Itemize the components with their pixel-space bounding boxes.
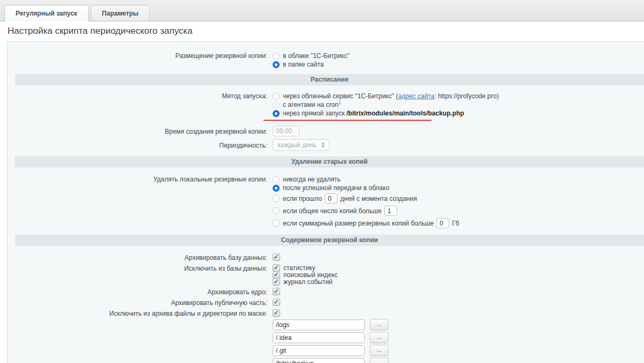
section-backup-contents: Содержимое резервной копии <box>15 235 644 246</box>
radio-delete-never[interactable] <box>273 176 280 183</box>
placement-option-cloud[interactable]: в облаке "1С-Битрикс" <box>273 52 644 60</box>
mask-row: ... <box>273 358 644 363</box>
placement-cloud-text: в облаке "1С-Битрикс" <box>283 52 349 60</box>
radio-launch-cron[interactable] <box>273 101 280 108</box>
delete-never-text: никогда не удалять <box>283 176 340 183</box>
settings-form: Размещение резервной копии: в облаке "1С… <box>7 41 644 363</box>
exclude-event-log-text: журнал событий <box>283 278 333 286</box>
delete-option-size[interactable]: если суммарный размер резервных копий бо… <box>273 217 644 229</box>
periodicity-value: каждый день <box>277 141 316 149</box>
mask-input-2[interactable] <box>273 332 365 343</box>
radio-delete-after-upload[interactable] <box>273 185 280 192</box>
browse-button-3[interactable]: ... <box>370 345 389 356</box>
delete-size-input[interactable] <box>436 218 449 228</box>
exclude-db-statistics[interactable]: статистику <box>273 264 644 271</box>
placement-label: Размещение резервной копии: <box>8 52 273 69</box>
launch-option-cloud[interactable]: через облачный сервис "1С-Битрикс" (адре… <box>273 92 644 100</box>
cron-footnote-marker: 1 <box>339 100 341 105</box>
launch-option-direct[interactable]: через прямой запуск /bitrix/modules/main… <box>273 109 644 118</box>
delete-option-count[interactable]: если общее число копий больше <box>273 205 644 217</box>
delete-age-prefix: если прошло <box>283 195 322 202</box>
tab-regular-run[interactable]: Регулярный запуск <box>4 5 89 21</box>
mask-input-4[interactable] <box>273 358 365 363</box>
delete-size-prefix: если суммарный размер резервных копий бо… <box>283 220 434 227</box>
periodicity-label: Периодичность: <box>8 139 273 151</box>
placement-option-folder[interactable]: в папке сайта <box>273 60 644 69</box>
browse-button-2[interactable]: ... <box>370 332 389 343</box>
launch-cron-text: с агентами на cron1 <box>283 101 341 108</box>
delete-option-age[interactable]: если прошло дней с момента создания <box>273 192 644 205</box>
exclude-event-log-checkbox[interactable] <box>273 278 280 286</box>
delete-size-suffix: Гб <box>452 220 459 227</box>
archive-public-checkbox[interactable] <box>273 299 280 306</box>
exclude-masks-checkbox[interactable] <box>273 309 280 317</box>
mask-row: ... <box>273 319 644 330</box>
browse-button-1[interactable]: ... <box>370 319 389 330</box>
delete-count-prefix: если общее число копий больше <box>283 207 382 215</box>
tab-parameters[interactable]: Параметры <box>91 5 150 21</box>
delete-local-label: Удалять локальные резервные копии: <box>8 175 273 229</box>
exclude-masks-label: Исключить из архива файлы и директории п… <box>8 309 273 363</box>
delete-after-upload-text: после успешной передачи в облако <box>283 184 390 192</box>
mask-row: ... <box>273 345 644 356</box>
radio-delete-count[interactable] <box>273 207 280 214</box>
delete-age-input[interactable] <box>325 193 338 204</box>
radio-launch-direct[interactable] <box>273 110 280 117</box>
backup-script-path: /bitrix/modules/main/tools/backup.php <box>346 110 464 117</box>
page-title: Настройка скрипта периодического запуска <box>8 26 636 37</box>
placement-folder-text: в папке сайта <box>283 61 324 68</box>
delete-option-never[interactable]: никогда не удалять <box>273 175 644 184</box>
archive-kernel-label: Архивировать ядро: <box>8 288 273 296</box>
exclude-statistics-text: статистику <box>283 264 316 272</box>
backup-time-input[interactable] <box>273 126 299 136</box>
radio-delete-size[interactable] <box>273 220 280 227</box>
exclude-db-event-log[interactable]: журнал событий <box>273 278 644 285</box>
section-schedule: Расписание <box>15 74 644 85</box>
launch-method-label: Метод запуска: <box>8 92 273 121</box>
site-address-link[interactable]: адрес сайта <box>398 92 435 100</box>
mask-input-3[interactable] <box>273 345 365 356</box>
select-arrows-icon <box>321 142 325 148</box>
exclude-db-label: Исключить из базы данных: <box>8 264 273 285</box>
red-underline-annotation <box>264 120 431 121</box>
tab-bar: Регулярный запуск Параметры <box>0 0 644 21</box>
radio-launch-cloud[interactable] <box>273 93 280 100</box>
mask-row: ... <box>273 332 644 343</box>
archive-db-label: Архивировать базу данных: <box>8 253 273 262</box>
delete-count-input[interactable] <box>384 206 397 216</box>
launch-direct-text: через прямой запуск /bitrix/modules/main… <box>283 110 464 117</box>
browse-button-4[interactable]: ... <box>370 358 389 363</box>
mask-input-1[interactable] <box>273 320 365 330</box>
backup-time-label: Время создания резервной копии: <box>8 126 273 136</box>
radio-placement-cloud[interactable] <box>273 53 280 60</box>
launch-option-cron[interactable]: с агентами на cron1 <box>273 100 644 109</box>
archive-kernel-checkbox[interactable] <box>273 288 280 295</box>
delete-age-suffix: дней с момента создания <box>340 195 417 202</box>
section-old-copies: Удаление старых копий <box>15 156 644 168</box>
exclude-db-search-index[interactable]: поисковый индекс <box>273 271 644 278</box>
title-area: Настройка скрипта периодического запуска <box>0 21 644 41</box>
launch-cloud-text: через облачный сервис "1С-Битрикс" (адре… <box>283 92 499 100</box>
archive-db-checkbox[interactable] <box>273 253 280 261</box>
radio-placement-folder[interactable] <box>273 61 280 68</box>
radio-delete-age[interactable] <box>273 195 280 202</box>
periodicity-select[interactable]: каждый день <box>273 139 330 151</box>
exclude-search-index-text: поисковый индекс <box>283 271 338 279</box>
archive-public-label: Архивировать публичную часть: <box>8 299 273 307</box>
delete-option-after-upload[interactable]: после успешной передачи в облако <box>273 184 644 192</box>
